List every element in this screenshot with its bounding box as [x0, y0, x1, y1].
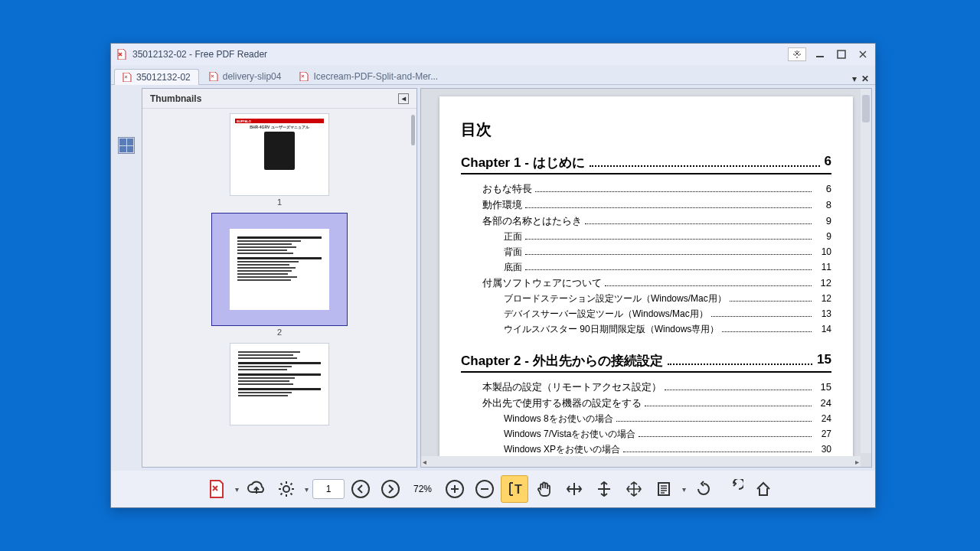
- maximize-button[interactable]: [834, 48, 849, 60]
- thumbnails-scrollbar[interactable]: [411, 115, 415, 145]
- rotate-left-button[interactable]: [690, 475, 717, 503]
- svg-rect-0: [816, 56, 824, 57]
- pdf-page: 目次 Chapter 1 - はじめに 6おもな特長 6動作環境 8各部の名称と…: [439, 96, 853, 459]
- fit-page-button[interactable]: [620, 475, 648, 503]
- toc-entry[interactable]: おもな特長 6: [461, 182, 831, 196]
- minimize-button[interactable]: [812, 48, 828, 60]
- pdf-icon: [299, 72, 309, 81]
- document-viewer[interactable]: ◂▸ 目次 Chapter 1 - はじめに 6おもな特長 6動作環境 8各部の…: [420, 88, 872, 468]
- svg-rect-1: [838, 51, 845, 58]
- collapse-panel-button[interactable]: ◂: [398, 93, 409, 104]
- toc-entry[interactable]: 本製品の設定（リモートアクセス設定） 15: [461, 380, 831, 394]
- tab-menu-button[interactable]: ▾: [852, 73, 857, 84]
- side-rail: [111, 85, 142, 471]
- toc-entry[interactable]: デバイスサーバー設定ツール（Windows/Mac用） 13: [461, 308, 831, 321]
- open-file-button[interactable]: [203, 475, 230, 503]
- fit-height-button[interactable]: [590, 475, 618, 503]
- settings-dropdown[interactable]: ▾: [302, 485, 310, 494]
- page-number-input[interactable]: [312, 479, 345, 499]
- vertical-scrollbar[interactable]: [861, 89, 871, 453]
- thumbnails-title: Thumbnails: [150, 93, 201, 104]
- toc-entry[interactable]: 動作環境 8: [461, 198, 831, 212]
- cloud-button[interactable]: [243, 475, 270, 503]
- tab-close-button[interactable]: ✕: [861, 73, 869, 84]
- chapter-heading: Chapter 1 - はじめに 6: [461, 154, 831, 174]
- tab-label: Icecream-PDF-Split-and-Mer...: [313, 71, 438, 82]
- toc-entry[interactable]: 底面 11: [461, 261, 831, 274]
- toc-entry[interactable]: ブロードステーション設定ツール（Windows/Mac用） 12: [461, 292, 831, 305]
- thumb-brand: BUFFALO: [235, 119, 324, 123]
- zoom-out-button[interactable]: [471, 475, 498, 503]
- tab-strip: 35012132-02 delivery-slip04 Icecream-PDF…: [111, 65, 875, 85]
- toc-entry[interactable]: Windows 7/Vistaをお使いの場合 27: [461, 428, 831, 441]
- tab-2[interactable]: Icecream-PDF-Split-and-Mer...: [291, 68, 446, 84]
- scroll-left-icon[interactable]: ◂: [423, 458, 426, 466]
- titlebar: 35012132-02 - Free PDF Reader: [111, 44, 875, 65]
- svg-point-4: [382, 481, 399, 497]
- toc-entry[interactable]: 背面 10: [461, 246, 831, 259]
- toc-entry[interactable]: Windows XPをお使いの場合 30: [461, 443, 831, 456]
- toc-entry[interactable]: 正面 9: [461, 230, 831, 243]
- scroll-right-icon[interactable]: ▸: [855, 458, 859, 466]
- layout-dropdown[interactable]: ▾: [680, 485, 688, 494]
- toc-entry[interactable]: 付属ソフトウェアについて 12: [461, 276, 831, 290]
- app-window: 35012132-02 - Free PDF Reader 35012132-0…: [110, 43, 876, 508]
- thumb-number: 1: [277, 197, 282, 207]
- svg-point-2: [283, 486, 289, 492]
- thumbnails-panel: Thumbnails ◂ BUFFALO BHR-4GRV ユーザーズマニュアル…: [142, 88, 417, 468]
- toc-entry[interactable]: ウイルスバスター 90日期間限定版（Windows専用） 14: [461, 323, 831, 336]
- home-button[interactable]: [750, 475, 777, 503]
- rotate-right-button[interactable]: [720, 475, 747, 503]
- thumbnails-header: Thumbnails ◂: [142, 89, 416, 109]
- fit-width-button[interactable]: [560, 475, 588, 503]
- thumb-product-image: [264, 132, 295, 170]
- thumb-caption: BHR-4GRV ユーザーズマニュアル: [235, 125, 324, 129]
- thumbnails-toggle-button[interactable]: [118, 137, 135, 154]
- hand-tool-button[interactable]: [531, 475, 558, 503]
- svg-point-3: [352, 481, 369, 497]
- toc-entry[interactable]: 各部の名称とはたらき 9: [461, 214, 831, 228]
- chapter-heading: Chapter 2 - 外出先からの接続設定 15: [461, 352, 831, 373]
- pdf-icon: [122, 73, 132, 82]
- page-layout-button[interactable]: [650, 475, 678, 503]
- doc-title: 目次: [461, 119, 831, 140]
- pdf-app-icon: [116, 48, 128, 60]
- horizontal-scrollbar[interactable]: ◂▸: [421, 456, 861, 467]
- window-title: 35012132-02 - Free PDF Reader: [132, 49, 267, 60]
- prev-page-button[interactable]: [347, 475, 374, 503]
- toc-entry[interactable]: Windows 8をお使いの場合 24: [461, 412, 831, 425]
- text-select-button[interactable]: T: [501, 475, 528, 503]
- pin-button[interactable]: [788, 47, 806, 61]
- toc-entry[interactable]: 外出先で使用する機器の設定をする 24: [461, 396, 831, 410]
- thumbnail-3[interactable]: [145, 343, 413, 425]
- toolbar: ▾ ▾ 72% T ▾: [111, 471, 875, 507]
- zoom-label: 72%: [407, 484, 439, 494]
- thumbnail-1[interactable]: BUFFALO BHR-4GRV ユーザーズマニュアル 1: [145, 113, 413, 207]
- tab-label: delivery-slip04: [223, 71, 282, 82]
- svg-text:T: T: [514, 483, 522, 496]
- close-button[interactable]: [855, 48, 871, 60]
- tab-1[interactable]: delivery-slip04: [201, 68, 290, 84]
- thumbnail-2[interactable]: 2: [145, 213, 413, 337]
- settings-button[interactable]: [273, 475, 300, 503]
- pdf-icon: [209, 72, 218, 81]
- tab-label: 35012132-02: [136, 72, 191, 83]
- zoom-in-button[interactable]: [441, 475, 469, 503]
- open-dropdown[interactable]: ▾: [233, 485, 240, 494]
- thumb-number: 2: [277, 328, 282, 337]
- next-page-button[interactable]: [377, 475, 404, 503]
- tab-0[interactable]: 35012132-02: [114, 69, 199, 85]
